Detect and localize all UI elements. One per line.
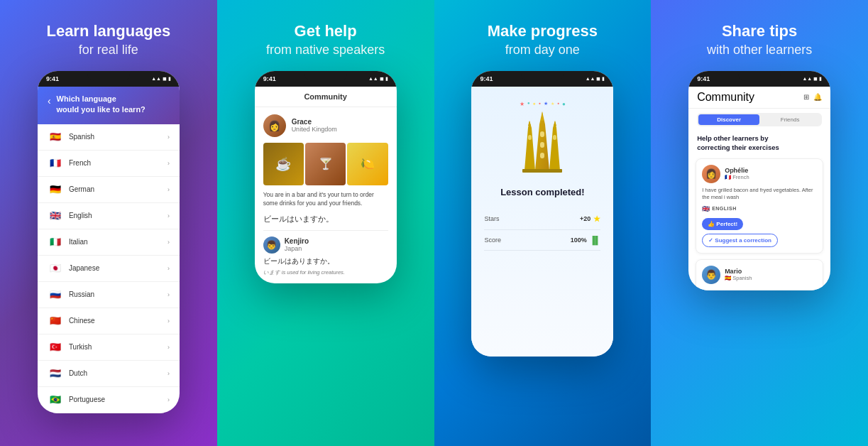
confetti-area: ★ ● ● ● ★ ★ ● ● <box>507 101 578 107</box>
chevron-right-icon: › <box>167 160 170 167</box>
bar-chart-icon: ▐▌ <box>590 236 601 244</box>
chevron-right-icon: › <box>167 396 170 403</box>
list-item[interactable]: 🇪🇸 Spanish › <box>38 124 180 151</box>
phone-4-notch: 9:41 ▲▲ ◼ ▮ <box>688 71 830 87</box>
lang-name-russian: Russian <box>69 290 167 298</box>
svg-marker-1 <box>524 121 535 170</box>
photo-coffee: ☕ <box>263 143 304 185</box>
chevron-right-icon: › <box>167 212 170 219</box>
reply-user-name: Kenjiro <box>285 237 309 245</box>
lang-name-portuguese: Portuguese <box>69 396 167 403</box>
phone-4: 9:41 ▲▲ ◼ ▮ Community ⊞ 🔔 Discover Frien… <box>688 71 830 290</box>
panel-1-heading: Learn languages for real life <box>46 21 170 58</box>
community-label: Community <box>304 92 347 101</box>
list-item[interactable]: 🇫🇷 French › <box>38 151 180 177</box>
badge-text-english: ENGLISH <box>712 206 737 211</box>
community-post: 👩 Grace United Kingdom ☕ 🍸 🍋 You are in … <box>255 107 397 283</box>
list-item[interactable]: 🇳🇱 Dutch › <box>38 361 180 387</box>
svg-rect-7 <box>540 142 544 148</box>
panel-1-heading-bold: Learn languages <box>46 21 170 42</box>
avatar-kenjiro: 👦 <box>263 236 280 254</box>
svg-marker-4 <box>528 121 531 126</box>
star-icon: ★ <box>593 214 600 224</box>
photo-grid: ☕ 🍸 🍋 <box>263 143 388 185</box>
panel-3-heading-light: from day one <box>488 42 598 58</box>
lang-name-spanish: Spanish <box>69 133 167 141</box>
flag-english-badge: 🇬🇧 <box>702 205 710 212</box>
panel-4-heading-bold: Share tips <box>707 21 812 42</box>
svg-rect-9 <box>528 135 532 140</box>
phone-3: 9:41 ▲▲ ◼ ▮ ★ ● ● ● ★ ★ ● ● <box>471 71 613 357</box>
japanese-text-1: ビールはいますか。 <box>263 214 388 224</box>
panel-get-help: Get help from native speakers 9:41 ▲▲ ◼ … <box>217 0 434 446</box>
list-item[interactable]: 🇬🇧 English › <box>38 203 180 229</box>
panel-2-heading-light: from native speakers <box>266 42 385 58</box>
chevron-right-icon: › <box>167 265 170 272</box>
score-value: 100% ▐▌ <box>571 236 601 244</box>
perfect-button[interactable]: 👍 Perfect! <box>702 218 743 230</box>
correction-user-2: 👨 Mario 🇪🇸 Spanish <box>702 266 817 284</box>
panel-3-heading: Make progress from day one <box>488 21 598 58</box>
user-name-ophelie: Ophélie <box>725 167 749 174</box>
list-item[interactable]: 🇯🇵 Japanese › <box>38 256 180 282</box>
svg-rect-6 <box>540 131 544 137</box>
list-item[interactable]: 🇧🇷 Portuguese › <box>38 387 180 413</box>
phone-2-notch: 9:41 ▲▲ ◼ ▮ <box>255 71 397 87</box>
flag-russian: 🇷🇺 <box>48 287 63 303</box>
correction-text-1: I have grilled bacon and fryed vegetable… <box>702 187 817 202</box>
score-label: Score <box>484 236 501 244</box>
lang-name-dutch: Dutch <box>69 369 167 377</box>
chevron-right-icon: › <box>167 291 170 298</box>
lang-name-chinese: Chinese <box>69 317 167 325</box>
lang-name-italian: Italian <box>69 238 167 246</box>
panel-4-heading: Share tips with other learners <box>707 21 812 58</box>
bell-icon[interactable]: 🔔 <box>813 93 822 101</box>
phone-3-notch: 9:41 ▲▲ ◼ ▮ <box>471 71 613 87</box>
panel-make-progress: Make progress from day one 9:41 ▲▲ ◼ ▮ ★… <box>434 0 652 446</box>
help-heading-text: Help other learners bycorrecting their e… <box>688 131 830 158</box>
panel-share-tips: Share tips with other learners 9:41 ▲▲ ◼… <box>651 0 868 446</box>
chevron-right-icon: › <box>167 186 170 193</box>
community-label-4: Community <box>697 91 754 104</box>
panel-2-heading: Get help from native speakers <box>266 21 385 58</box>
community-header-4: Community ⊞ 🔔 <box>688 87 830 109</box>
tab-friends[interactable]: Friends <box>759 114 820 125</box>
user-lang-mario: 🇪🇸 Spanish <box>725 275 752 281</box>
user-name-grace: Grace <box>292 118 337 126</box>
list-item[interactable]: 🇮🇹 Italian › <box>38 229 180 256</box>
back-icon[interactable]: ‹ <box>48 95 51 107</box>
chevron-right-icon: › <box>167 344 170 351</box>
stars-value: +20 ★ <box>580 214 600 224</box>
tab-discover[interactable]: Discover <box>698 114 759 125</box>
suggest-correction-button[interactable]: ✓ Suggest a correction <box>702 234 778 247</box>
chevron-right-icon: › <box>167 317 170 325</box>
list-item[interactable]: 🇹🇷 Turkish › <box>38 334 180 361</box>
flag-chinese: 🇨🇳 <box>48 313 63 329</box>
flag-japanese: 🇯🇵 <box>48 261 63 276</box>
chevron-right-icon: › <box>167 370 170 377</box>
chevron-right-icon: › <box>167 134 170 141</box>
correction-card-2: 👨 Mario 🇪🇸 Spanish <box>696 259 823 290</box>
stars-row: Stars +20 ★ <box>484 209 600 230</box>
flag-turkish: 🇹🇷 <box>48 339 63 355</box>
flag-spanish: 🇪🇸 <box>48 129 63 145</box>
flag-portuguese: 🇧🇷 <box>48 392 63 408</box>
flag-dutch: 🇳🇱 <box>48 366 63 381</box>
caption-text: います is used for living creatures. <box>263 269 388 276</box>
reply-japanese-text: ビールはありますか。 <box>263 256 388 266</box>
svg-marker-2 <box>549 121 560 170</box>
flag-english: 🇬🇧 <box>48 208 63 224</box>
list-item[interactable]: 🇨🇳 Chinese › <box>38 308 180 334</box>
score-row: Score 100% ▐▌ <box>484 230 600 251</box>
reply-user-info: 👦 Kenjiro Japan <box>263 230 388 254</box>
user-location-grace: United Kingdom <box>292 126 337 133</box>
language-badge-1: 🇬🇧 ENGLISH <box>702 205 817 212</box>
list-item[interactable]: 🇩🇪 German › <box>38 177 180 203</box>
language-select-title: Which languagewould you like to learn? <box>57 94 145 116</box>
post-text: You are in a bar and it's your turn to o… <box>263 191 388 208</box>
filter-icon[interactable]: ⊞ <box>803 93 809 101</box>
phone-1-notch: 9:41 ▲▲ ◼ ▮ <box>38 71 180 87</box>
panel-2-heading-bold: Get help <box>266 21 385 42</box>
lang-name-japanese: Japanese <box>69 264 167 272</box>
list-item[interactable]: 🇷🇺 Russian › <box>38 282 180 308</box>
